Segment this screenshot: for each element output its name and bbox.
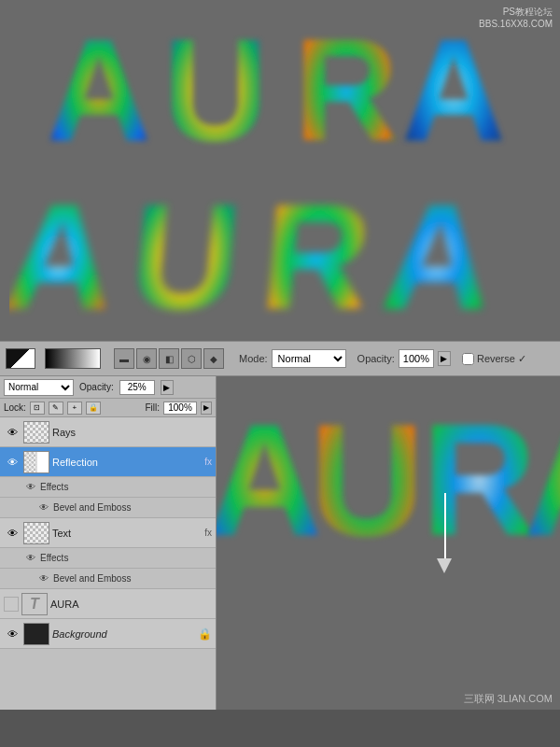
layer-thumb-background [23, 623, 49, 645]
canvas-top: PS教程论坛 BBS.16XX8.COM [0, 0, 560, 341]
layer-name-rays: Rays [52, 427, 212, 438]
bottom-brand: 三联网 3LIAN.COM [464, 692, 553, 706]
svg-text:A: A [47, 9, 151, 168]
layer-visibility-background[interactable]: 👁 [4, 626, 21, 642]
bottom-area: Normal Multiply Screen Opacity: ▶ Lock: … [0, 376, 560, 710]
opacity-header-input[interactable] [119, 380, 155, 395]
lock-icon-background: 🔒 [198, 627, 212, 641]
sub-row-reflection-effects: 👁 Effects [0, 477, 216, 498]
layer-row-rays[interactable]: 👁 Rays [0, 417, 216, 447]
eye-icon-reflection-bevel: 👁 [39, 502, 49, 513]
gradient-preview[interactable] [45, 348, 101, 369]
svg-text:U: U [124, 173, 246, 327]
layers-lock-row: Lock: ⊡ ✎ + 🔒 Fill: ▶ [0, 399, 216, 417]
opacity-header-arrow[interactable]: ▶ [161, 380, 174, 395]
opacity-input[interactable] [399, 349, 434, 368]
blend-mode-select[interactable]: Normal Multiply Screen [4, 379, 74, 396]
layers-header: Normal Multiply Screen Opacity: ▶ [0, 376, 216, 399]
effects-label-reflection: Effects [40, 482, 68, 492]
shape-diamond[interactable]: ◆ [203, 348, 224, 369]
svg-text:R: R [422, 391, 537, 569]
color-swatch[interactable] [6, 348, 35, 369]
shape-reflect[interactable]: ⬡ [181, 348, 202, 369]
svg-text:R: R [294, 9, 399, 168]
bevel-label-text: Bevel and Emboss [53, 573, 131, 584]
svg-text:U: U [310, 391, 425, 569]
layer-name-aura: AURA [50, 599, 212, 610]
svg-text:R: R [255, 173, 377, 327]
svg-text:A: A [9, 173, 121, 327]
opacity-group: Opacity: ▶ [357, 349, 451, 368]
shape-angle[interactable]: ◧ [159, 348, 179, 369]
reverse-checkbox[interactable] [462, 353, 474, 365]
layer-visibility-rays[interactable]: 👁 [4, 424, 21, 441]
toolbar: ▬ ◉ ◧ ⬡ ◆ Mode: Normal Multiply Screen O… [0, 341, 560, 376]
effects-label-text: Effects [40, 553, 68, 563]
sub-row-text-effects: 👁 Effects [0, 548, 216, 569]
lock-paint-icon[interactable]: + [67, 402, 82, 415]
canvas-bottom: A U R A 三联网 3LIAN.COM [217, 376, 560, 710]
svg-text:A: A [217, 391, 322, 569]
graffiti-text-art: A U R A [9, 163, 551, 327]
svg-text:A: A [525, 391, 560, 569]
svg-text:A: A [401, 9, 506, 168]
layer-visibility-aura[interactable] [4, 597, 19, 612]
layers-panel: Normal Multiply Screen Opacity: ▶ Lock: … [0, 376, 217, 710]
layer-fx-reflection: fx [204, 457, 212, 467]
reverse-checkmark: ✓ [518, 353, 526, 365]
opacity-label: Opacity: [357, 353, 395, 364]
fill-label: Fill: [145, 402, 160, 413]
lock-all-icon[interactable]: 🔒 [86, 402, 101, 415]
layer-row-reflection[interactable]: 👁 Reflection fx [0, 447, 216, 477]
fill-input[interactable] [163, 402, 197, 415]
cursor-line [444, 493, 446, 558]
layer-thumb-rays [23, 421, 49, 444]
shape-options: ▬ ◉ ◧ ⬡ ◆ [114, 348, 224, 369]
aura-text-art-top: A U R A [28, 9, 532, 168]
layers-list: 👁 Rays 👁 Reflection fx [0, 417, 216, 710]
lock-label: Lock: [4, 402, 26, 413]
aura-bottom-art: A U R A [217, 376, 560, 694]
opacity-header-label: Opacity: [79, 382, 114, 392]
mode-select[interactable]: Normal Multiply Screen [272, 349, 346, 368]
sub-row-text-bevel: 👁 Bevel and Emboss [0, 569, 216, 589]
layer-thumb-text [23, 522, 49, 544]
layer-name-text: Text [52, 528, 200, 539]
layer-fx-text: fx [204, 528, 212, 538]
mode-label: Mode: [239, 353, 268, 364]
sub-row-reflection-bevel: 👁 Bevel and Emboss [0, 498, 216, 518]
svg-text:U: U [163, 9, 268, 168]
lock-edit-icon[interactable]: ✎ [49, 402, 63, 415]
opacity-arrow[interactable]: ▶ [438, 351, 451, 366]
eye-icon-text-bevel: 👁 [39, 573, 49, 584]
reverse-group: Reverse ✓ [462, 353, 526, 365]
shape-linear[interactable]: ▬ [114, 348, 134, 369]
reverse-label: Reverse [477, 353, 515, 364]
svg-text:A: A [376, 173, 498, 327]
lock-move-icon[interactable]: ⊡ [30, 402, 45, 415]
layer-thumb-reflection [23, 451, 49, 473]
layer-name-reflection: Reflection [52, 457, 200, 468]
eye-icon-text-effects: 👁 [26, 553, 35, 563]
layer-row-text[interactable]: 👁 Text fx [0, 518, 216, 548]
layer-name-background: Background [52, 628, 195, 640]
shape-radial[interactable]: ◉ [136, 348, 157, 369]
bevel-label-reflection: Bevel and Emboss [53, 502, 131, 513]
layer-visibility-reflection[interactable]: 👁 [4, 454, 21, 471]
layer-row-aura[interactable]: T AURA [0, 589, 216, 619]
fill-arrow[interactable]: ▶ [201, 402, 212, 415]
layer-thumb-aura: T [21, 593, 48, 615]
eye-icon-reflection-effects: 👁 [26, 482, 35, 492]
cursor-arrowhead [437, 558, 452, 573]
layer-visibility-text[interactable]: 👁 [4, 525, 21, 542]
layer-row-background[interactable]: 👁 Background 🔒 [0, 619, 216, 649]
mode-group: Mode: Normal Multiply Screen [239, 349, 346, 368]
